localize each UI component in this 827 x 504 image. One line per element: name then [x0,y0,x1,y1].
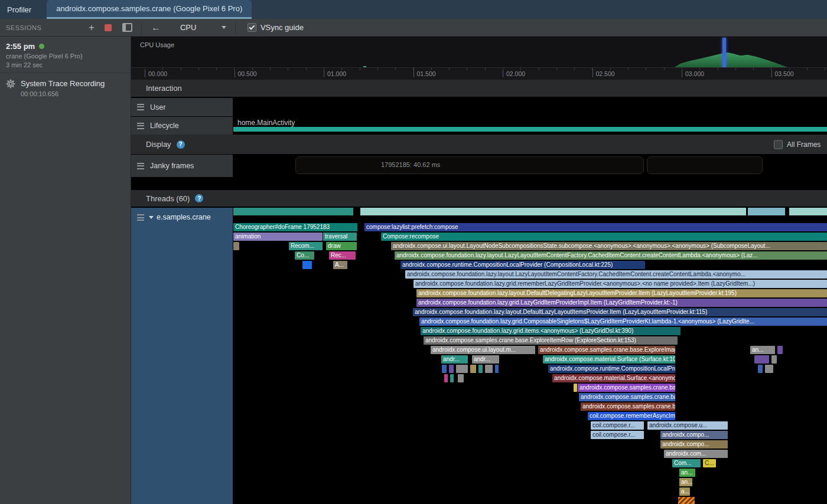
threads-section-header[interactable]: Threads (60) [131,190,827,207]
trace-event-bar[interactable]: androidx.compose.runtime.CompositionLoca… [548,365,675,373]
vsync-checkbox[interactable]: VSync guide [248,23,304,32]
session-tab[interactable]: androidx.compose.samples.crane (Google P… [47,0,252,19]
trace-event-bar[interactable]: androidx.compose.ui.layout.m... [431,346,535,354]
trace-event-bar[interactable]: Recom... [289,242,323,250]
trace-event-bar[interactable]: androidx.compose.ui.layout.LayoutNodeSub… [391,242,827,250]
trace-event-bar[interactable]: androidx.compose.foundation.lazy.layout.… [395,251,827,260]
expand-caret-icon[interactable] [149,216,154,219]
trace-event-bar[interactable]: androidx.compo... [660,431,728,439]
trace-event-bar[interactable]: an... [679,478,692,486]
trace-event-bar[interactable]: androidx.compose.material.Surface (Surfa… [543,355,675,364]
trace-event-bar[interactable]: animation [233,233,323,241]
flame-chart[interactable]: Choreographer#doFrame 17952183compose:la… [233,208,827,504]
trace-event-bar[interactable]: androidx.compose.samples.crane.base.Expl… [579,393,675,401]
trace-event-bar[interactable] [495,365,499,373]
trace-event-bar[interactable] [450,374,454,382]
drag-handle-icon[interactable] [137,123,144,129]
add-session-icon[interactable]: + [89,22,95,32]
trace-event-bar[interactable]: coil.compose.rememberAsyncImagePainter (… [588,412,675,420]
trace-event-bar[interactable] [758,365,763,373]
trace-event-bar[interactable]: coil.compose.r... [591,421,644,430]
trace-event-bar[interactable]: androidx.compose.u... [647,421,728,430]
trace-event-bar[interactable]: Com... [672,459,701,467]
trace-event-bar[interactable]: andr... [472,355,499,364]
trace-event-bar[interactable] [777,346,783,354]
trace-event-bar[interactable]: androidx.compose.foundation.lazy.grid.Co… [419,318,827,326]
trace-event-bar[interactable]: A... [333,261,347,269]
trace-event-bar[interactable]: androidx.compose.foundation.lazy.grid.La… [416,299,827,307]
trace-event-bar[interactable]: Rec... [329,251,356,260]
drag-handle-icon[interactable] [137,104,144,110]
janky-frame-bar[interactable] [295,156,644,174]
trace-event-bar[interactable]: androidx.compose.foundation.lazy.grid.it… [421,327,681,335]
timeline-ruler[interactable]: 00.00000.50001.00001.50002.00002.50003.0… [131,67,827,80]
thread-state-strip [233,208,827,215]
janky-frame-bar[interactable] [647,156,763,174]
trace-event-bar[interactable]: Co... [295,251,314,260]
trace-event-bar[interactable]: compose:lazylist:prefetch:compose [364,223,827,231]
trace-event-bar[interactable] [478,365,483,373]
trace-event-bar[interactable]: androidx.compose.samples.crane.base.Expl… [578,384,675,392]
trace-event-bar[interactable]: androidx.compose.samples.crane.base.Expl… [538,346,675,354]
trace-event-bar[interactable]: androidx.compose.material.Surface.<anony… [552,374,675,382]
trace-event-bar[interactable] [771,355,777,364]
all-frames-checkbox[interactable]: All Frames [774,140,821,149]
cpu-usage-chart[interactable] [131,37,827,68]
trace-event-bar[interactable]: Choreographer#doFrame 17952183 [233,223,357,231]
trace-event-bar[interactable]: androidx.compose.samples.crane.base.Expl… [581,402,675,411]
trace-event-bar[interactable]: Compose:recompose [381,233,827,241]
trace-event-bar[interactable] [765,365,773,373]
trace-event-bar[interactable] [302,261,312,269]
cpu-usage-track[interactable]: CPU Usage 00.00000.50001.00001.50002.000… [131,37,827,80]
trace-event-bar[interactable] [456,365,468,373]
track-janky-label[interactable]: Janky frames [131,155,233,177]
toolbar-divider [235,22,236,34]
trace-event-bar[interactable]: a... [679,487,690,496]
trace-event-bar[interactable]: draw [326,242,357,250]
profiler-mode-select[interactable]: CPU [175,21,232,34]
collapse-panel-icon[interactable] [122,23,132,32]
checkbox-checked-icon[interactable] [248,23,256,32]
trace-event-bar[interactable] [442,365,447,373]
trace-event-bar[interactable] [574,384,577,392]
display-section-header[interactable]: Display All Frames [131,135,827,154]
stop-recording-icon[interactable] [105,24,112,31]
trace-event-bar[interactable] [233,242,239,250]
back-icon[interactable]: ← [151,22,161,33]
trace-event-bar[interactable] [458,374,464,382]
trace-event-bar[interactable]: androidx.compose.foundation.lazy.grid.re… [414,280,827,288]
trace-event-bar[interactable]: traversal [323,233,357,241]
trace-event-bar[interactable]: androidx.com... [664,450,728,458]
lifecycle-event-bar[interactable] [233,127,827,132]
checkbox-unchecked-icon[interactable] [774,140,783,149]
trace-event-bar[interactable] [754,355,769,364]
trace-event-bar[interactable] [449,365,454,373]
trace-event-bar[interactable]: androidx.compose.samples.crane.base.Expl… [424,336,678,345]
trace-event-bar[interactable] [678,497,695,504]
drag-handle-icon[interactable] [137,214,144,221]
interaction-section-header[interactable]: Interaction [131,80,827,97]
trace-event-bar[interactable] [444,374,448,382]
trace-event-bar[interactable] [485,365,493,373]
trace-event-bar[interactable]: an... [679,469,695,477]
help-icon[interactable] [195,194,203,202]
track-thread-title: e.samples.crane [157,213,211,221]
trace-event-bar[interactable] [470,365,476,373]
drag-handle-icon[interactable] [137,163,144,169]
track-user-label[interactable]: User [131,98,233,116]
trace-event-bar[interactable]: an... [750,346,775,354]
trace-event-bar[interactable]: coil.compose.r... [591,431,644,439]
help-icon[interactable] [177,140,185,149]
session-card[interactable]: 2:55 pm crane (Google Pixel 6 Pro) 3 min… [0,37,131,73]
trace-event-bar[interactable]: andr... [441,355,468,364]
artifact-system-trace[interactable]: System Trace Recording 00:00:10.656 [0,73,131,103]
trace-event-bar[interactable]: androidx.compo... [660,440,728,449]
trace-event-bar[interactable]: androidx.compose.foundation.lazy.layout.… [416,289,827,297]
trace-event-bar[interactable]: C... [703,459,716,467]
trace-event-bar[interactable]: androidx.compose.runtime.CompositionLoca… [401,261,645,269]
trace-event-bar[interactable]: androidx.compose.foundation.lazy.layout.… [413,308,827,316]
track-lifecycle-label[interactable]: Lifecycle [131,117,233,135]
trace-event-bar[interactable]: androidx.compose.foundation.lazy.layout.… [405,270,827,279]
track-janky-title: Janky frames [150,162,194,170]
track-thread-label[interactable]: e.samples.crane [131,208,233,504]
